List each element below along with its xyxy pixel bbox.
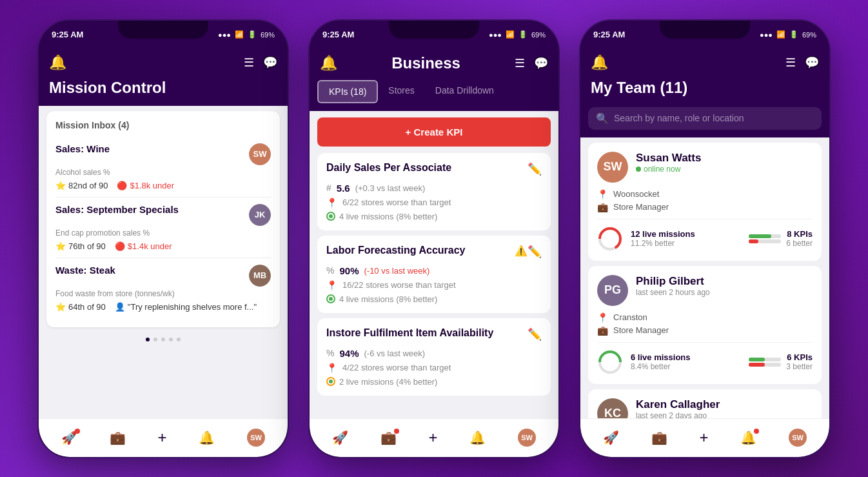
dot-5 <box>177 338 181 341</box>
kpi-card-3: Instore Fulfilment Item Availability ✏️ … <box>317 318 551 396</box>
team-card-karen[interactable]: KC Karen Callagher last seen 2 days ago <box>588 389 822 418</box>
tab-kpis[interactable]: KPIs (18) <box>317 80 378 103</box>
phone2-chat-icon[interactable]: 💬 <box>534 56 548 70</box>
phone2-bell-icon[interactable]: 🔔 <box>320 55 337 72</box>
kpi-card-1-header: Daily Sales Per Associate ✏️ <box>326 162 542 176</box>
phone3-chat-icon[interactable]: 💬 <box>805 56 819 70</box>
kpi-3-edit-icon[interactable]: ✏️ <box>528 327 542 341</box>
kpi-2-pct-icon: % <box>326 265 334 276</box>
nav2-item-profile[interactable]: SW <box>518 429 536 447</box>
mission-item-3-stats: ⭐ 64th of 90 👤 "Try replenishing shelves… <box>55 302 271 312</box>
kpi-1-stores: 6/22 stores worse than target <box>342 198 451 207</box>
phone2-filter-icon[interactable]: ☰ <box>515 56 525 70</box>
nav2-item-work[interactable]: 💼 <box>380 430 397 445</box>
susan-kpis-block: 8 KPIs 6 better <box>749 229 813 248</box>
briefcase-icon: 💼 <box>110 430 126 445</box>
mission-item-3[interactable]: Waste: Steak MB Food waste from store (t… <box>55 258 271 318</box>
mission-item-2[interactable]: Sales: September Specials JK End cap pro… <box>55 198 271 258</box>
phone3-header-actions: ☰ 💬 <box>785 56 819 70</box>
mission-item-3-avatar-img: MB <box>249 265 271 287</box>
phone3-search-bar[interactable]: 🔍 Search by name, role or location <box>588 107 822 130</box>
kpi-2-value: 90% <box>339 265 359 276</box>
susan-stats-row: 12 live missions 11.2% better <box>597 219 813 252</box>
mission-item-2-avatar-img: JK <box>249 204 271 226</box>
kpi-3-live-dot <box>326 377 335 386</box>
kpi-2-stores-row: 📍 16/22 stores worse than target <box>326 280 542 290</box>
phone3-content: SW Susan Watts online now 📍 Woonsocket <box>580 137 829 418</box>
phone2-time: 9:25 AM <box>322 30 354 39</box>
nav3-rocket-icon: 🚀 <box>603 430 619 445</box>
nav2-item-add[interactable]: + <box>428 429 437 447</box>
kpi-card-2: Labor Forecasting Accuracy ⚠️ ✏️ % 90% (… <box>317 236 551 313</box>
philip-status-text: last seen 2 hours ago <box>636 288 710 297</box>
nav1-item-bell[interactable]: 🔔 <box>199 430 215 445</box>
karen-status: last seen 2 days ago <box>636 411 813 418</box>
phone1-bottom-nav: 🚀 💼 + 🔔 SW <box>39 418 288 457</box>
nav3-badge <box>754 429 759 434</box>
kpi-1-missions: 4 live missions (8% better) <box>339 212 437 221</box>
philip-avatar: PG <box>597 275 628 306</box>
phone1-bell-icon[interactable]: 🔔 <box>49 54 66 71</box>
nav3-item-rocket[interactable]: 🚀 <box>603 430 619 445</box>
phone1-title-area: Mission Control <box>39 79 288 106</box>
kpi-3-location-icon: 📍 <box>326 363 337 373</box>
team-card-susan[interactable]: SW Susan Watts online now 📍 Woonsocket <box>588 143 822 261</box>
phone1-chat-icon[interactable]: 💬 <box>263 56 277 70</box>
tab-drilldown[interactable]: Data Drilldown <box>425 80 504 103</box>
susan-role-icon: 💼 <box>597 202 608 212</box>
nav3-item-add[interactable]: + <box>699 429 708 447</box>
phone-business: 9:25 AM ●●● 📶 🔋 69% 🔔 Business ☰ 💬 <box>308 19 560 458</box>
philip-status: last seen 2 hours ago <box>636 288 813 297</box>
kpi-1-hash-icon: # <box>326 183 331 193</box>
phone2-battery: 🔋 <box>518 30 528 39</box>
kpi-3-pct-icon: % <box>326 348 334 358</box>
nav2-item-rocket[interactable]: 🚀 <box>332 430 348 445</box>
phone1-status-right: ●●● 📶 🔋 69% <box>218 30 275 39</box>
phone3-bell-icon[interactable]: 🔔 <box>591 54 608 71</box>
susan-kpi-count: 8 KPIs <box>786 229 813 239</box>
phone3-bottom-nav: 🚀 💼 + 🔔 SW <box>580 418 829 457</box>
phone3-filter-icon[interactable]: ☰ <box>785 56 796 70</box>
susan-status-text: online now <box>644 165 680 174</box>
nav3-item-work[interactable]: 💼 <box>651 430 667 445</box>
nav2-add-icon: + <box>428 429 437 447</box>
phone1-time: 9:25 AM <box>52 30 83 39</box>
kpi-1-value: 5.6 <box>337 183 350 194</box>
kpi-1-location-icon: 📍 <box>326 198 337 208</box>
nav1-item-profile[interactable]: SW <box>247 429 265 447</box>
kpi-1-sub: (+0.3 vs last week) <box>355 183 426 193</box>
phone1-battery-pct: 69% <box>261 31 275 39</box>
nav3-item-profile[interactable]: SW <box>789 429 807 447</box>
tab-stores[interactable]: Stores <box>378 80 424 103</box>
susan-info: Susan Watts online now <box>636 152 813 174</box>
mission-item-3-avatar: MB <box>249 265 271 287</box>
phone2-wifi: 📶 <box>506 30 515 39</box>
nav1-item-rocket[interactable]: 🚀 <box>61 430 77 445</box>
susan-avatar: SW <box>597 152 628 183</box>
kpi-2-edit-icon[interactable]: ✏️ <box>528 245 542 259</box>
philip-location-row: 📍 Cranston <box>597 312 813 323</box>
phone3-battery: 🔋 <box>789 30 798 39</box>
nav3-item-bell[interactable]: 🔔 <box>740 430 756 445</box>
team-card-philip[interactable]: PG Philip Gilbert last seen 2 hours ago … <box>588 266 822 384</box>
nav1-item-work[interactable]: 💼 <box>110 430 126 445</box>
philip-location-icon: 📍 <box>597 312 608 323</box>
nav1-item-add[interactable]: + <box>157 429 166 447</box>
nav2-item-bell[interactable]: 🔔 <box>469 430 486 445</box>
person-icon-3: 👤 <box>115 302 125 312</box>
phone1-screen: 9:25 AM ●●● 📶 🔋 69% 🔔 ☰ 💬 <box>39 21 288 457</box>
karen-info: Karen Callagher last seen 2 days ago <box>636 398 813 418</box>
kpi-1-metric-row: # 5.6 (+0.3 vs last week) <box>326 183 542 194</box>
phone3-battery-pct: 69% <box>802 31 816 39</box>
phone1-filter-icon[interactable]: ☰ <box>244 56 254 70</box>
kpi-1-edit-icon[interactable]: ✏️ <box>528 162 542 176</box>
create-kpi-button[interactable]: + Create KPI <box>317 117 551 147</box>
philip-role-row: 💼 Store Manager <box>597 325 813 336</box>
kpi-1-missions-row: 4 live missions (8% better) <box>326 212 542 221</box>
mission-item-1-stats: ⭐ 82nd of 90 🔴 $1.8k under <box>55 181 271 190</box>
nav2-rocket-icon: 🚀 <box>332 430 348 445</box>
philip-name: Philip Gilbert <box>636 275 813 288</box>
add-icon: + <box>157 429 166 447</box>
mission-item-1[interactable]: Sales: Wine SW Alcohol sales % ⭐ 82nd of… <box>55 137 271 198</box>
kpi-2-title: Labor Forecasting Accuracy <box>326 245 515 256</box>
